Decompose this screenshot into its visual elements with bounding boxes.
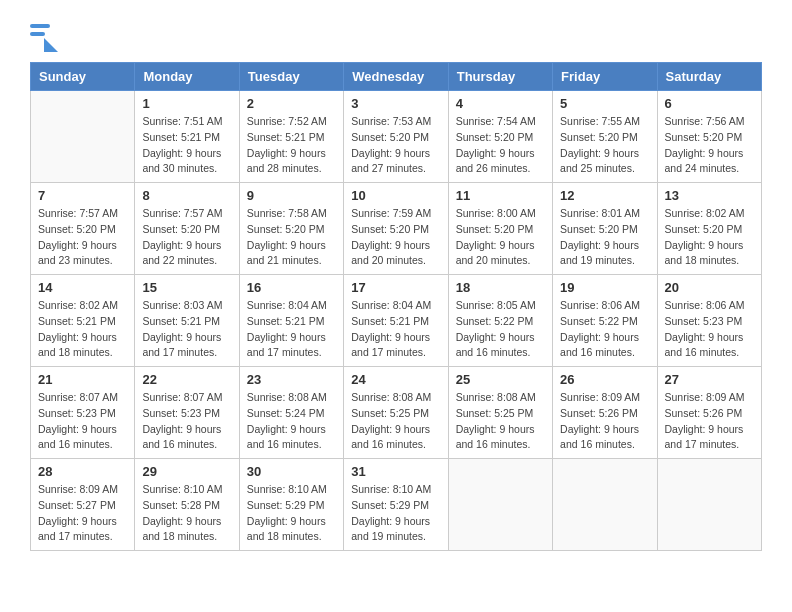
day-info: Sunrise: 7:52 AM Sunset: 5:21 PM Dayligh…: [247, 114, 336, 177]
day-number: 10: [351, 188, 440, 203]
calendar-day-cell: [448, 459, 552, 551]
svg-rect-0: [30, 24, 50, 28]
calendar-day-cell: [657, 459, 761, 551]
calendar-day-cell: 11Sunrise: 8:00 AM Sunset: 5:20 PM Dayli…: [448, 183, 552, 275]
day-info: Sunrise: 8:10 AM Sunset: 5:29 PM Dayligh…: [247, 482, 336, 545]
calendar-day-cell: 31Sunrise: 8:10 AM Sunset: 5:29 PM Dayli…: [344, 459, 448, 551]
day-info: Sunrise: 8:10 AM Sunset: 5:28 PM Dayligh…: [142, 482, 231, 545]
calendar-day-cell: 10Sunrise: 7:59 AM Sunset: 5:20 PM Dayli…: [344, 183, 448, 275]
svg-rect-1: [30, 32, 45, 36]
day-number: 26: [560, 372, 649, 387]
day-number: 24: [351, 372, 440, 387]
day-info: Sunrise: 7:57 AM Sunset: 5:20 PM Dayligh…: [142, 206, 231, 269]
day-number: 22: [142, 372, 231, 387]
day-number: 16: [247, 280, 336, 295]
day-number: 18: [456, 280, 545, 295]
calendar-day-cell: 21Sunrise: 8:07 AM Sunset: 5:23 PM Dayli…: [31, 367, 135, 459]
calendar-day-cell: 7Sunrise: 7:57 AM Sunset: 5:20 PM Daylig…: [31, 183, 135, 275]
day-number: 20: [665, 280, 754, 295]
day-info: Sunrise: 8:00 AM Sunset: 5:20 PM Dayligh…: [456, 206, 545, 269]
calendar-day-header: Friday: [553, 63, 657, 91]
calendar-body: 1Sunrise: 7:51 AM Sunset: 5:21 PM Daylig…: [31, 91, 762, 551]
calendar-day-cell: 26Sunrise: 8:09 AM Sunset: 5:26 PM Dayli…: [553, 367, 657, 459]
day-info: Sunrise: 8:01 AM Sunset: 5:20 PM Dayligh…: [560, 206, 649, 269]
day-info: Sunrise: 7:51 AM Sunset: 5:21 PM Dayligh…: [142, 114, 231, 177]
logo-wrapper: [30, 20, 63, 52]
day-number: 14: [38, 280, 127, 295]
calendar-day-cell: 4Sunrise: 7:54 AM Sunset: 5:20 PM Daylig…: [448, 91, 552, 183]
day-info: Sunrise: 8:02 AM Sunset: 5:21 PM Dayligh…: [38, 298, 127, 361]
day-info: Sunrise: 8:02 AM Sunset: 5:20 PM Dayligh…: [665, 206, 754, 269]
day-info: Sunrise: 7:53 AM Sunset: 5:20 PM Dayligh…: [351, 114, 440, 177]
calendar-header: SundayMondayTuesdayWednesdayThursdayFrid…: [31, 63, 762, 91]
calendar-week-row: 1Sunrise: 7:51 AM Sunset: 5:21 PM Daylig…: [31, 91, 762, 183]
logo-icon: [30, 20, 58, 52]
calendar-day-cell: [31, 91, 135, 183]
calendar-day-cell: 2Sunrise: 7:52 AM Sunset: 5:21 PM Daylig…: [239, 91, 343, 183]
day-info: Sunrise: 8:09 AM Sunset: 5:26 PM Dayligh…: [665, 390, 754, 453]
calendar-day-cell: 30Sunrise: 8:10 AM Sunset: 5:29 PM Dayli…: [239, 459, 343, 551]
calendar-day-cell: 8Sunrise: 7:57 AM Sunset: 5:20 PM Daylig…: [135, 183, 239, 275]
calendar-day-cell: 14Sunrise: 8:02 AM Sunset: 5:21 PM Dayli…: [31, 275, 135, 367]
calendar-day-cell: 25Sunrise: 8:08 AM Sunset: 5:25 PM Dayli…: [448, 367, 552, 459]
day-info: Sunrise: 7:56 AM Sunset: 5:20 PM Dayligh…: [665, 114, 754, 177]
page-header: [30, 20, 762, 52]
calendar-day-cell: 24Sunrise: 8:08 AM Sunset: 5:25 PM Dayli…: [344, 367, 448, 459]
day-number: 8: [142, 188, 231, 203]
calendar-day-cell: 18Sunrise: 8:05 AM Sunset: 5:22 PM Dayli…: [448, 275, 552, 367]
calendar-day-cell: 20Sunrise: 8:06 AM Sunset: 5:23 PM Dayli…: [657, 275, 761, 367]
day-number: 1: [142, 96, 231, 111]
day-info: Sunrise: 8:06 AM Sunset: 5:23 PM Dayligh…: [665, 298, 754, 361]
day-number: 11: [456, 188, 545, 203]
day-info: Sunrise: 8:08 AM Sunset: 5:25 PM Dayligh…: [456, 390, 545, 453]
calendar-day-cell: 6Sunrise: 7:56 AM Sunset: 5:20 PM Daylig…: [657, 91, 761, 183]
logo-graphic: [30, 20, 58, 52]
day-info: Sunrise: 8:09 AM Sunset: 5:26 PM Dayligh…: [560, 390, 649, 453]
day-number: 3: [351, 96, 440, 111]
day-number: 30: [247, 464, 336, 479]
calendar-day-header: Monday: [135, 63, 239, 91]
calendar-day-header: Tuesday: [239, 63, 343, 91]
calendar-week-row: 28Sunrise: 8:09 AM Sunset: 5:27 PM Dayli…: [31, 459, 762, 551]
day-info: Sunrise: 7:55 AM Sunset: 5:20 PM Dayligh…: [560, 114, 649, 177]
day-number: 12: [560, 188, 649, 203]
day-info: Sunrise: 8:04 AM Sunset: 5:21 PM Dayligh…: [351, 298, 440, 361]
day-number: 6: [665, 96, 754, 111]
calendar-day-cell: 9Sunrise: 7:58 AM Sunset: 5:20 PM Daylig…: [239, 183, 343, 275]
day-number: 19: [560, 280, 649, 295]
day-number: 7: [38, 188, 127, 203]
calendar-week-row: 21Sunrise: 8:07 AM Sunset: 5:23 PM Dayli…: [31, 367, 762, 459]
calendar-day-cell: 12Sunrise: 8:01 AM Sunset: 5:20 PM Dayli…: [553, 183, 657, 275]
day-number: 13: [665, 188, 754, 203]
day-number: 31: [351, 464, 440, 479]
day-number: 27: [665, 372, 754, 387]
day-number: 21: [38, 372, 127, 387]
day-info: Sunrise: 8:08 AM Sunset: 5:24 PM Dayligh…: [247, 390, 336, 453]
day-number: 2: [247, 96, 336, 111]
calendar-day-cell: 15Sunrise: 8:03 AM Sunset: 5:21 PM Dayli…: [135, 275, 239, 367]
day-info: Sunrise: 8:04 AM Sunset: 5:21 PM Dayligh…: [247, 298, 336, 361]
calendar-day-header: Thursday: [448, 63, 552, 91]
day-number: 29: [142, 464, 231, 479]
day-info: Sunrise: 7:57 AM Sunset: 5:20 PM Dayligh…: [38, 206, 127, 269]
day-number: 9: [247, 188, 336, 203]
calendar-day-cell: 19Sunrise: 8:06 AM Sunset: 5:22 PM Dayli…: [553, 275, 657, 367]
logo: [30, 20, 63, 52]
calendar-day-header: Sunday: [31, 63, 135, 91]
calendar-day-cell: 23Sunrise: 8:08 AM Sunset: 5:24 PM Dayli…: [239, 367, 343, 459]
day-number: 4: [456, 96, 545, 111]
calendar-day-cell: 1Sunrise: 7:51 AM Sunset: 5:21 PM Daylig…: [135, 91, 239, 183]
calendar-table: SundayMondayTuesdayWednesdayThursdayFrid…: [30, 62, 762, 551]
day-info: Sunrise: 8:08 AM Sunset: 5:25 PM Dayligh…: [351, 390, 440, 453]
svg-marker-2: [44, 38, 58, 52]
calendar-day-cell: 3Sunrise: 7:53 AM Sunset: 5:20 PM Daylig…: [344, 91, 448, 183]
calendar-day-cell: 27Sunrise: 8:09 AM Sunset: 5:26 PM Dayli…: [657, 367, 761, 459]
calendar-header-row: SundayMondayTuesdayWednesdayThursdayFrid…: [31, 63, 762, 91]
day-number: 15: [142, 280, 231, 295]
day-info: Sunrise: 8:09 AM Sunset: 5:27 PM Dayligh…: [38, 482, 127, 545]
calendar-week-row: 7Sunrise: 7:57 AM Sunset: 5:20 PM Daylig…: [31, 183, 762, 275]
calendar-day-cell: 22Sunrise: 8:07 AM Sunset: 5:23 PM Dayli…: [135, 367, 239, 459]
day-number: 17: [351, 280, 440, 295]
day-number: 23: [247, 372, 336, 387]
day-number: 25: [456, 372, 545, 387]
